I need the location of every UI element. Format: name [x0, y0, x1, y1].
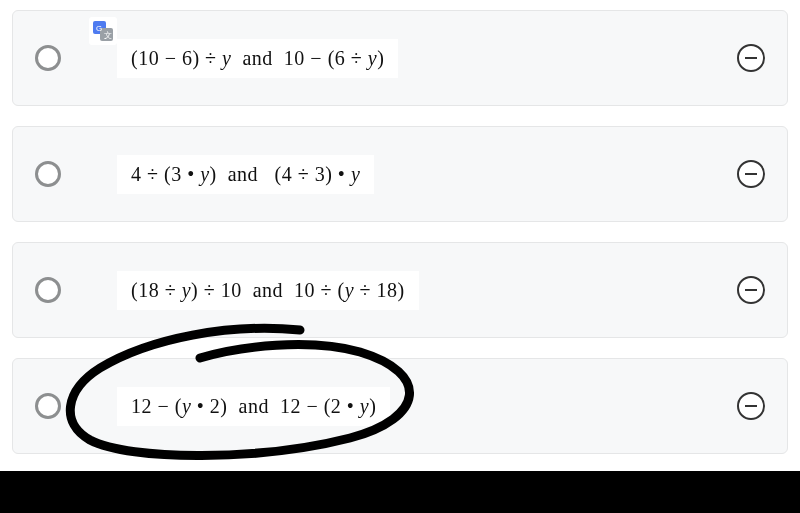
remove-option-button-0[interactable] — [737, 44, 765, 72]
expression-text: (18 ÷ y) ÷ 10 and 10 ÷ (y ÷ 18) — [117, 271, 419, 310]
option-row-1[interactable]: 4 ÷ (3 • y) and (4 ÷ 3) • y — [12, 126, 788, 222]
minus-icon — [745, 405, 757, 407]
expression-slot: (18 ÷ y) ÷ 10 and 10 ÷ (y ÷ 18) — [117, 271, 737, 310]
bottom-black-bar — [0, 471, 800, 513]
remove-option-button-1[interactable] — [737, 160, 765, 188]
remove-option-button-2[interactable] — [737, 276, 765, 304]
radio-option-3[interactable] — [35, 393, 61, 419]
translate-icon[interactable]: G 文 — [89, 17, 117, 45]
minus-icon — [745, 289, 757, 291]
radio-option-2[interactable] — [35, 277, 61, 303]
radio-option-1[interactable] — [35, 161, 61, 187]
expression-text: (10 − 6) ÷ y and 10 − (6 ÷ y) — [117, 39, 398, 78]
svg-text:文: 文 — [104, 31, 112, 40]
remove-option-button-3[interactable] — [737, 392, 765, 420]
expression-text: 12 − (y • 2) and 12 − (2 • y) — [117, 387, 390, 426]
minus-icon — [745, 173, 757, 175]
minus-icon — [745, 57, 757, 59]
option-row-0[interactable]: G 文 (10 − 6) ÷ y and 10 − (6 ÷ y) — [12, 10, 788, 106]
expression-text: 4 ÷ (3 • y) and (4 ÷ 3) • y — [117, 155, 374, 194]
expression-slot: 12 − (y • 2) and 12 − (2 • y) — [117, 387, 737, 426]
svg-text:G: G — [96, 24, 102, 33]
option-row-3[interactable]: 12 − (y • 2) and 12 − (2 • y) — [12, 358, 788, 454]
question-page: G 文 (10 − 6) ÷ y and 10 − (6 ÷ y) 4 ÷ (3… — [0, 0, 800, 513]
expression-slot: (10 − 6) ÷ y and 10 − (6 ÷ y) — [117, 39, 737, 78]
radio-option-0[interactable] — [35, 45, 61, 71]
option-row-2[interactable]: (18 ÷ y) ÷ 10 and 10 ÷ (y ÷ 18) — [12, 242, 788, 338]
expression-slot: 4 ÷ (3 • y) and (4 ÷ 3) • y — [117, 155, 737, 194]
